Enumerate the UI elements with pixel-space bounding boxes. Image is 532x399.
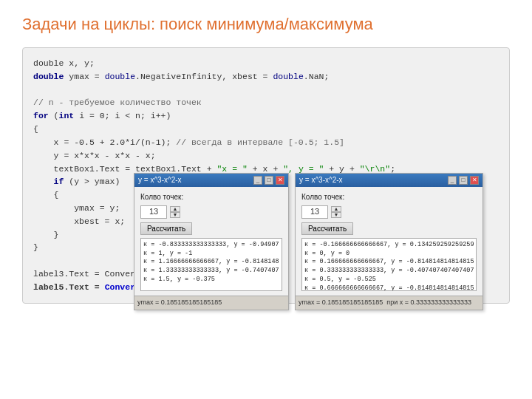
window2-btns: _ □ ✕ [448, 176, 479, 185]
output-line: к = 0.5, у = -0.525 [304, 276, 474, 284]
output-line: к = -0.166666666666667, у = 0.1342592592… [304, 241, 474, 250]
window2-spinner[interactable]: 13 [301, 205, 328, 219]
window1-minimize-btn[interactable]: _ [253, 176, 262, 185]
window2-calc-button[interactable]: Рассчитать [301, 222, 353, 235]
window1-titlebar: y = x^3-x^2-x _ □ ✕ [134, 174, 288, 187]
window2-maximize-btn[interactable]: □ [459, 176, 468, 185]
output-line: к = 0.333333333333333, у = -0.4074074074… [304, 267, 474, 276]
output-line: к = -0.833333333333333, у = -0.949074074… [143, 241, 279, 250]
code-line: double x, y; [33, 57, 499, 70]
output-line: к = 1, у = -1 [143, 250, 279, 259]
window2-status: ymax = 0.185185185185185 при х = 0.33333… [296, 296, 482, 310]
window2-minimize-btn[interactable]: _ [448, 176, 457, 185]
window2-output: к = -0.166666666666667, у = 0.1342592592… [301, 238, 477, 291]
window1-close-btn[interactable]: ✕ [276, 176, 284, 185]
window1-body: Колво точек: 13 ▲ ▼ Рассчитать к = -0.83… [134, 187, 288, 296]
window1-maximize-btn[interactable]: □ [265, 176, 273, 185]
code-box: double x, y;double ymax = double.Negativ… [22, 47, 510, 304]
window1-status: ymax = 0.185185185185185 [134, 296, 288, 310]
window1-down-arrow[interactable]: ▼ [170, 212, 180, 218]
window2-title: y = x^3-x^2-x [299, 174, 343, 186]
output-line: к = 1.16666666666667, у = -0.81481481481… [143, 258, 279, 267]
window2: y = x^3-x^2-x _ □ ✕ Колво точек: 13 [295, 173, 483, 310]
output-line: к = 0.666666666666667, у = -0.8148148148… [304, 284, 474, 291]
window1-points-label: Колво точек: [140, 191, 282, 203]
page: Задачи на циклы: поиск минимума/максимум… [0, 0, 532, 399]
window2-titlebar: y = x^3-x^2-x _ □ ✕ [296, 174, 482, 187]
window2-spinner-value: 13 [310, 205, 319, 218]
window1-spinner-arrows: ▲ ▼ [170, 206, 180, 218]
code-line [33, 83, 499, 97]
output-line: к = 0.166666666666667, у = -0.8148148148… [304, 258, 474, 267]
window1-btns: _ □ ✕ [253, 176, 284, 185]
window1-up-arrow[interactable]: ▲ [170, 206, 180, 212]
window1-spinner-row: 13 ▲ ▼ [140, 205, 282, 219]
output-line: к = 1.5, у = -0.375 [143, 276, 279, 284]
window1-calc-button[interactable]: Рассчитать [140, 222, 192, 235]
output-line: к = 0, у = 0 [304, 250, 474, 259]
window2-close-btn[interactable]: ✕ [470, 176, 479, 185]
window1-spinner[interactable]: 13 [140, 205, 167, 219]
window2-body: Колво точек: 13 ▲ ▼ Рассчитать к = -0.16… [296, 187, 482, 296]
window2-up-arrow[interactable]: ▲ [331, 206, 341, 212]
window2-down-arrow[interactable]: ▼ [331, 212, 341, 218]
window1-title: y = x^3-x^2-x [138, 174, 182, 186]
window2-spinner-arrows: ▲ ▼ [331, 206, 341, 218]
output-line: к = 1.33333333333333, у = -0.74074074074… [143, 267, 279, 276]
code-line: // n - требуемое количество точек [33, 96, 499, 109]
window2-spinner-row: 13 ▲ ▼ [301, 205, 477, 219]
window2-points-label: Колво точек: [301, 191, 477, 203]
window1-output: к = -0.833333333333333, у = -0.949074074… [140, 238, 282, 291]
code-line: double ymax = double.NegativeInfinity, x… [33, 70, 499, 83]
page-title: Задачи на циклы: поиск минимума/максимум… [22, 15, 510, 34]
window1-spinner-value: 13 [149, 205, 158, 218]
window1: y = x^3-x^2-x _ □ ✕ Колво точек: 13 [134, 173, 289, 310]
